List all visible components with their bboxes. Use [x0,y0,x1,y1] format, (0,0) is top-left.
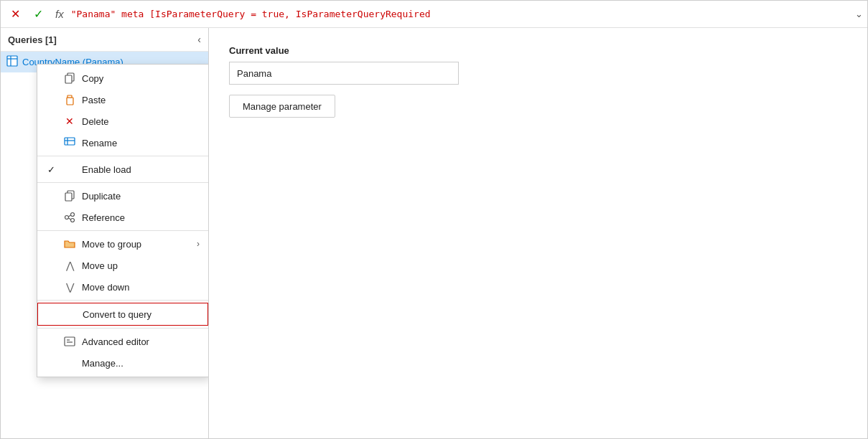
formula-cancel-btn[interactable]: ✕ [5,4,25,24]
sidebar-collapse-btn[interactable]: ‹ [197,34,201,45]
ctx-duplicate-label: Duplicate [82,191,200,202]
ctx-rename-label: Rename [82,138,200,148]
right-panel: Current value Manage parameter [209,28,867,438]
manage-parameter-button[interactable]: Manage parameter [229,95,335,118]
current-value-label: Current value [229,45,847,56]
svg-rect-5 [67,98,73,105]
reference-icon [63,211,76,224]
svg-point-14 [71,219,75,222]
enable-load-icon [63,163,76,176]
fx-label: fx [55,8,64,20]
ctx-move-up-label: Move up [82,260,200,271]
ctx-duplicate[interactable]: Duplicate [37,185,208,207]
folder-icon [63,237,76,250]
separator-1 [37,156,208,156]
formula-expand-icon[interactable]: ⌄ [855,9,863,19]
ctx-advanced-editor[interactable]: Advanced editor [37,331,208,352]
move-up-icon: ⋀ [63,259,76,272]
paste-icon [63,93,76,106]
manage-icon [63,357,76,369]
context-menu: Copy Paste ✕ D [37,64,209,377]
ctx-move-to-group-label: Move to group [82,239,191,250]
svg-rect-0 [7,56,17,66]
rename-icon [63,136,76,149]
ctx-paste-label: Paste [82,95,200,105]
ctx-enable-load-check: ✓ [45,164,57,175]
ctx-delete-label: Delete [82,116,200,127]
separator-5 [37,328,208,329]
ctx-move-to-group[interactable]: Move to group › [37,233,208,255]
formula-confirm-btn[interactable]: ✓ [28,4,48,24]
sidebar-header: Queries [1] ‹ [1,28,208,52]
current-value-input[interactable] [229,62,459,85]
ctx-reference-label: Reference [82,212,200,223]
svg-rect-17 [65,337,75,346]
svg-point-13 [71,213,75,217]
sidebar-title: Queries [1] [8,34,57,45]
sidebar: Queries [1] ‹ CountryName (Panama) [1,28,209,438]
ctx-move-down-label: Move down [82,282,200,293]
ctx-move-up[interactable]: ⋀ Move up [37,255,208,276]
ctx-paste[interactable]: Paste [37,89,208,110]
delete-icon: ✕ [63,115,76,128]
ctx-delete[interactable]: ✕ Delete [37,110,208,132]
svg-rect-6 [67,95,72,98]
table-icon [6,55,18,69]
ctx-convert-to-query-label: Convert to query [83,309,199,320]
ctx-manage-label: Manage... [82,358,200,369]
svg-rect-11 [65,193,72,201]
svg-point-12 [65,216,69,220]
ctx-advanced-editor-label: Advanced editor [82,336,200,347]
duplicate-icon [63,189,76,202]
separator-2 [37,182,208,183]
convert-icon [64,308,77,321]
ctx-enable-load[interactable]: ✓ Enable load [37,159,208,180]
ctx-copy[interactable]: Copy [37,67,208,89]
separator-3 [37,230,208,231]
formula-bar: ✕ ✓ fx ⌄ [1,1,867,28]
ctx-rename[interactable]: Rename [37,132,208,154]
svg-line-15 [69,215,71,217]
ctx-convert-to-query[interactable]: Convert to query [37,303,208,326]
ctx-move-to-group-arrow: › [197,239,200,249]
ctx-copy-label: Copy [82,73,200,84]
separator-4 [37,300,208,301]
svg-line-16 [69,218,71,220]
editor-icon [63,335,76,348]
ctx-reference[interactable]: Reference [37,207,208,228]
ctx-manage[interactable]: Manage... [37,352,208,374]
svg-rect-4 [65,75,72,83]
copy-icon [63,72,76,85]
svg-rect-7 [65,138,75,145]
formula-input[interactable] [71,9,852,19]
ctx-move-down[interactable]: ⋁ Move down [37,276,208,298]
move-down-icon: ⋁ [63,280,76,293]
ctx-enable-load-label: Enable load [82,164,200,175]
